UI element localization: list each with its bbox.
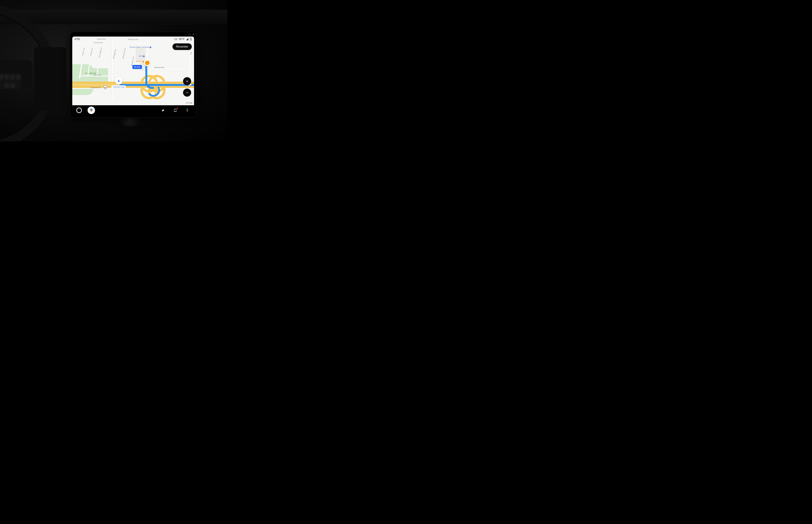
air-vent <box>34 47 67 111</box>
svg-rect-4 <box>187 110 188 111</box>
circle-icon <box>76 108 82 113</box>
google-attribution: Google <box>186 101 193 104</box>
highway-shield: 101 <box>103 85 107 89</box>
notification-badge <box>177 108 178 109</box>
road <box>79 76 152 76</box>
google-maps-button[interactable] <box>87 107 95 114</box>
dashboard-trim <box>0 10 227 24</box>
minimize-button[interactable]: – <box>185 33 186 35</box>
road <box>149 68 194 69</box>
google-maps-icon <box>89 108 94 112</box>
current-road-label: Unknown road <box>111 85 126 88</box>
gas-pin-icon <box>150 47 151 48</box>
food-pin-icon <box>142 61 144 63</box>
park-label: Columbia Park <box>85 72 97 74</box>
road <box>112 36 113 101</box>
screen: Columbia Park <box>72 36 194 115</box>
temperature: 35°F <box>179 37 185 41</box>
street-label: Cypress Ave <box>97 38 106 40</box>
microphone-icon <box>185 108 189 112</box>
close-button[interactable]: ✕ <box>193 33 194 35</box>
svg-point-2 <box>91 109 92 110</box>
svg-rect-1 <box>190 38 191 38</box>
voice-assistant-button[interactable] <box>184 107 191 114</box>
music-button[interactable] <box>160 107 167 114</box>
park-area <box>72 64 94 95</box>
cloud-icon <box>174 37 178 41</box>
clock: 4:05 <box>74 37 80 41</box>
cell-signal-icon <box>186 38 188 40</box>
poi-gas-station[interactable]: Chevron Station Sunnyvale <box>129 46 146 48</box>
recenter-button[interactable]: Recenter <box>172 43 192 50</box>
zoom-in-button[interactable]: + <box>183 77 191 85</box>
building-footprint <box>136 48 145 61</box>
map-canvas[interactable]: Columbia Park <box>72 36 194 105</box>
notifications-button[interactable] <box>172 107 179 114</box>
bell-icon <box>173 109 177 112</box>
poi-gas-station[interactable]: Shell <box>139 55 145 57</box>
zoom-out-button[interactable]: − <box>183 88 191 97</box>
poi-restaurant[interactable]: Denny's <box>136 61 144 63</box>
volume-knob <box>120 117 140 126</box>
current-location-marker[interactable] <box>115 77 122 85</box>
music-note-icon <box>162 109 165 112</box>
system-nav-bar <box>72 105 194 115</box>
infotainment-display: – ▢ ✕ Columbia Park <box>70 32 197 118</box>
steering-wheel-controls <box>0 73 21 89</box>
road <box>161 36 162 82</box>
route-destination-marker <box>144 60 151 66</box>
home-button[interactable] <box>76 107 83 114</box>
gas-pin-icon <box>143 55 145 57</box>
maximize-button[interactable]: ▢ <box>188 33 190 35</box>
window-controls: – ▢ ✕ <box>185 33 194 35</box>
navigation-arrow-icon <box>117 79 120 83</box>
eta-chip[interactable]: 50 min <box>132 65 142 69</box>
